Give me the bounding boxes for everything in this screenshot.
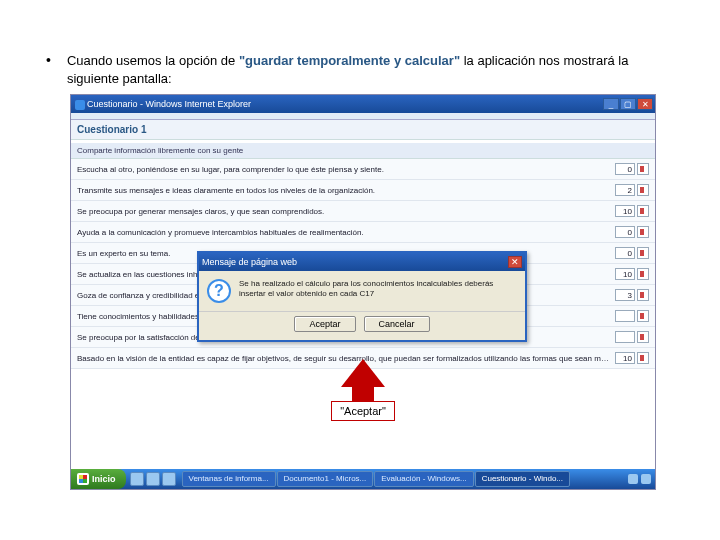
picker-button[interactable] [637,310,649,322]
value-input[interactable]: 10 [615,352,635,364]
section-header: Comparte información libremente con su g… [71,143,655,159]
value-input[interactable] [615,331,635,343]
value-input[interactable]: 2 [615,184,635,196]
quick-launch [130,472,176,486]
start-label: Inicio [92,474,116,484]
row-control: 3 [615,289,649,301]
dialog-titlebar: Mensaje de página web ✕ [199,253,525,271]
dialog-close-button[interactable]: ✕ [508,256,522,268]
dialog-title: Mensaje de página web [202,257,297,267]
picker-button[interactable] [637,184,649,196]
picker-button[interactable] [637,268,649,280]
page-title: Cuestionario 1 [71,120,655,140]
row-control: 10 [615,352,649,364]
picker-button[interactable] [637,205,649,217]
tray-icon[interactable] [641,474,651,484]
row-control: 10 [615,268,649,280]
quick-launch-icon[interactable] [162,472,176,486]
picker-button[interactable] [637,331,649,343]
row-control [615,310,649,322]
quick-launch-icon[interactable] [130,472,144,486]
row-control: 0 [615,226,649,238]
dialog-body: ? Se ha realizado el cálculo para los co… [199,271,525,311]
row-control: 0 [615,163,649,175]
question-row: Ayuda a la comunicación y promueve inter… [71,222,655,243]
picker-button[interactable] [637,289,649,301]
ie-toolbar [71,113,655,120]
row-control [615,331,649,343]
value-input[interactable]: 10 [615,268,635,280]
row-control: 0 [615,247,649,259]
callout-label: "Aceptar" [331,401,395,421]
dialog-buttons: Aceptar Cancelar [199,311,525,340]
value-input[interactable]: 0 [615,247,635,259]
value-input[interactable] [615,310,635,322]
start-button[interactable]: Inicio [71,469,126,489]
tray-icon[interactable] [628,474,638,484]
bullet-icon: • [46,52,51,88]
picker-button[interactable] [637,226,649,238]
question-text: Transmite sus mensajes e ideas clarament… [77,186,615,195]
windows-icon [77,473,89,485]
window-title: Cuestionario - Windows Internet Explorer [73,99,251,109]
minimize-button[interactable]: _ [603,98,619,110]
question-text: Ayuda a la comunicación y promueve inter… [77,228,615,237]
alert-dialog: Mensaje de página web ✕ ? Se ha realizad… [197,251,527,342]
question-row: Escucha al otro, poniéndose en su lugar,… [71,159,655,180]
dialog-message: Se ha realizado el cálculo para los cono… [239,279,517,300]
window-buttons: _ ▢ ✕ [603,98,653,110]
arrow-up-icon [341,359,385,387]
row-control: 2 [615,184,649,196]
task-button[interactable]: Ventanas de informa... [182,471,276,487]
bullet-paragraph: • Cuando usemos la opción de "guardar te… [46,52,666,88]
cancel-button[interactable]: Cancelar [364,316,430,332]
question-icon: ? [207,279,231,303]
text-quote: "guardar temporalmente y calcular" [239,53,460,68]
text-pre: Cuando usemos la opción de [67,53,239,68]
arrow-callout: "Aceptar" [331,359,395,421]
maximize-button[interactable]: ▢ [620,98,636,110]
close-button[interactable]: ✕ [637,98,653,110]
quick-launch-icon[interactable] [146,472,160,486]
picker-button[interactable] [637,352,649,364]
task-button[interactable]: Evaluación - Windows... [374,471,473,487]
question-row: Transmite sus mensajes e ideas clarament… [71,180,655,201]
system-tray [624,474,655,484]
question-row: Se preocupa por generar mensajes claros,… [71,201,655,222]
picker-button[interactable] [637,247,649,259]
task-buttons: Ventanas de informa...Documento1 - Micro… [182,471,624,487]
bullet-text: Cuando usemos la opción de "guardar temp… [67,52,666,88]
arrow-stem [352,387,374,401]
value-input[interactable]: 3 [615,289,635,301]
value-input[interactable]: 0 [615,163,635,175]
row-control: 10 [615,205,649,217]
taskbar: Inicio Ventanas de informa...Documento1 … [71,469,655,489]
picker-button[interactable] [637,163,649,175]
question-text: Escucha al otro, poniéndose en su lugar,… [77,165,615,174]
task-button[interactable]: Cuestionario - Windo... [475,471,570,487]
task-button[interactable]: Documento1 - Micros... [277,471,374,487]
ie-window: Cuestionario - Windows Internet Explorer… [70,94,656,490]
value-input[interactable]: 0 [615,226,635,238]
question-text: Se preocupa por generar mensajes claros,… [77,207,615,216]
accept-button[interactable]: Aceptar [294,316,355,332]
value-input[interactable]: 10 [615,205,635,217]
window-titlebar: Cuestionario - Windows Internet Explorer… [71,95,655,113]
